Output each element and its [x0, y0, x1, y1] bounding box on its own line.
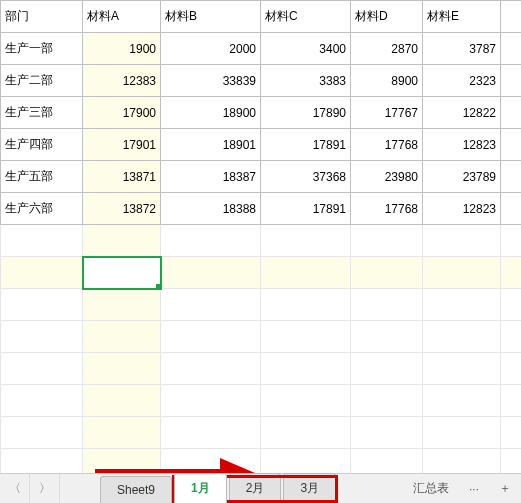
cell-spacer: [501, 33, 522, 65]
empty-row: [1, 321, 522, 353]
header-row: 部门 材料A 材料B 材料C 材料D 材料E: [1, 1, 522, 33]
cell-c[interactable]: 17891: [261, 129, 351, 161]
active-row: [1, 257, 522, 289]
cell-a[interactable]: 13872: [83, 193, 161, 225]
cell-spacer: [501, 129, 522, 161]
more-sheets-button[interactable]: ···: [459, 476, 489, 502]
cell-dept[interactable]: 生产四部: [1, 129, 83, 161]
empty-cell[interactable]: [501, 257, 522, 289]
cell-e[interactable]: 12823: [423, 193, 501, 225]
tab-right-controls: 汇总表 ··· ＋: [403, 474, 521, 503]
empty-cell[interactable]: [423, 257, 501, 289]
cell-d[interactable]: 8900: [351, 65, 423, 97]
empty-row: [1, 225, 522, 257]
cell-a[interactable]: 17900: [83, 97, 161, 129]
empty-cell[interactable]: [261, 257, 351, 289]
tab-month-2[interactable]: 2月: [229, 473, 282, 503]
cell-dept[interactable]: 生产三部: [1, 97, 83, 129]
cell-c[interactable]: 37368: [261, 161, 351, 193]
table-row: 生产五部 13871 18387 37368 23980 23789: [1, 161, 522, 193]
empty-row: [1, 289, 522, 321]
tab-strip: Sheet9 1月 2月 3月: [60, 474, 403, 503]
header-a[interactable]: 材料A: [83, 1, 161, 33]
table-row: 生产一部 1900 2000 3400 2870 3787: [1, 33, 522, 65]
table-row: 生产二部 12383 33839 3383 8900 2323: [1, 65, 522, 97]
cell-spacer: [501, 161, 522, 193]
header-e[interactable]: 材料E: [423, 1, 501, 33]
tab-sheet9[interactable]: Sheet9: [100, 476, 172, 503]
add-sheet-button[interactable]: ＋: [489, 474, 521, 503]
table-row: 生产四部 17901 18901 17891 17768 12823: [1, 129, 522, 161]
table-row: 生产三部 17900 18900 17890 17767 12822: [1, 97, 522, 129]
cell-d[interactable]: 17768: [351, 129, 423, 161]
cell-e[interactable]: 3787: [423, 33, 501, 65]
active-cell[interactable]: [83, 257, 161, 289]
cell-dept[interactable]: 生产二部: [1, 65, 83, 97]
sheet-tab-bar: 〈 〉 Sheet9 1月 2月 3月 汇总表 ··· ＋: [0, 473, 521, 503]
cell-e[interactable]: 12822: [423, 97, 501, 129]
empty-cell[interactable]: [1, 257, 83, 289]
cell-a[interactable]: 12383: [83, 65, 161, 97]
cell-e[interactable]: 23789: [423, 161, 501, 193]
cell-a[interactable]: 17901: [83, 129, 161, 161]
cell-b[interactable]: 18388: [161, 193, 261, 225]
cell-spacer: [501, 65, 522, 97]
cell-b[interactable]: 18901: [161, 129, 261, 161]
next-sheet-button[interactable]: 〉: [30, 474, 60, 503]
empty-cell[interactable]: [161, 257, 261, 289]
cell-b[interactable]: 2000: [161, 33, 261, 65]
header-spacer: [501, 1, 522, 33]
cell-b[interactable]: 33839: [161, 65, 261, 97]
cell-a[interactable]: 1900: [83, 33, 161, 65]
cell-d[interactable]: 17768: [351, 193, 423, 225]
cell-c[interactable]: 17891: [261, 193, 351, 225]
spreadsheet-grid[interactable]: 部门 材料A 材料B 材料C 材料D 材料E 生产一部 1900 2000 34…: [0, 0, 521, 481]
empty-cell[interactable]: [351, 257, 423, 289]
header-dept[interactable]: 部门: [1, 1, 83, 33]
cell-b[interactable]: 18900: [161, 97, 261, 129]
chevron-left-icon: 〈: [9, 480, 21, 497]
cell-c[interactable]: 3383: [261, 65, 351, 97]
cell-e[interactable]: 2323: [423, 65, 501, 97]
cell-spacer: [501, 97, 522, 129]
table-row: 生产六部 13872 18388 17891 17768 12823: [1, 193, 522, 225]
cell-dept[interactable]: 生产六部: [1, 193, 83, 225]
empty-row: [1, 385, 522, 417]
prev-sheet-button[interactable]: 〈: [0, 474, 30, 503]
cell-d[interactable]: 23980: [351, 161, 423, 193]
header-d[interactable]: 材料D: [351, 1, 423, 33]
cell-e[interactable]: 12823: [423, 129, 501, 161]
empty-row: [1, 353, 522, 385]
header-c[interactable]: 材料C: [261, 1, 351, 33]
tab-summary[interactable]: 汇总表: [403, 474, 459, 503]
tab-month-1[interactable]: 1月: [174, 473, 227, 503]
cell-d[interactable]: 17767: [351, 97, 423, 129]
cell-d[interactable]: 2870: [351, 33, 423, 65]
cell-a[interactable]: 13871: [83, 161, 161, 193]
cell-dept[interactable]: 生产一部: [1, 33, 83, 65]
cell-spacer: [501, 193, 522, 225]
cell-c[interactable]: 17890: [261, 97, 351, 129]
cell-dept[interactable]: 生产五部: [1, 161, 83, 193]
tab-month-3[interactable]: 3月: [283, 473, 336, 503]
header-b[interactable]: 材料B: [161, 1, 261, 33]
chevron-right-icon: 〉: [39, 480, 51, 497]
cell-b[interactable]: 18387: [161, 161, 261, 193]
cell-c[interactable]: 3400: [261, 33, 351, 65]
empty-row: [1, 417, 522, 449]
